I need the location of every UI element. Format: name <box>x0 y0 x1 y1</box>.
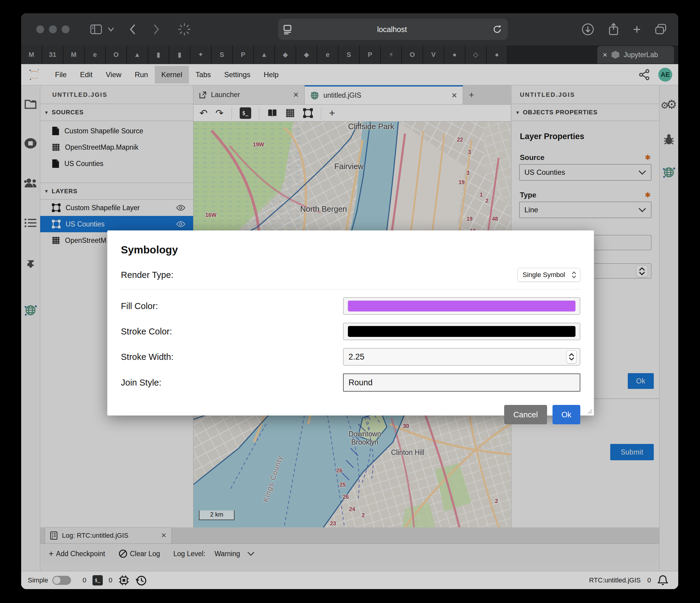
extension-manager-icon[interactable] <box>24 257 37 270</box>
type-select[interactable]: Line <box>519 202 651 218</box>
forward-button[interactable] <box>153 24 160 35</box>
simple-mode-toggle[interactable] <box>52 576 71 585</box>
layers-section-header[interactable]: ▾ LAYERS <box>40 183 193 199</box>
bookmark-icon[interactable]: S <box>211 45 233 64</box>
bookmark-icon[interactable]: 31 <box>42 45 64 64</box>
add-checkpoint-button[interactable]: + Add Checkpoint <box>49 549 105 558</box>
bookmark-icon[interactable]: ▮ <box>148 45 169 64</box>
source-item-openstreetmap[interactable]: OpenStreetMap.Mapnik <box>40 139 193 155</box>
terminals-icon[interactable]: $_ <box>93 575 103 585</box>
menubar-item[interactable]: Kernel <box>155 66 189 83</box>
close-tab-icon[interactable]: ✕ <box>293 91 299 99</box>
source-select[interactable]: US Counties <box>519 164 651 180</box>
bookmark-icon[interactable]: ✦ <box>191 45 211 64</box>
user-avatar[interactable]: AE <box>658 68 672 82</box>
menubar-item[interactable]: Tabs <box>189 66 218 83</box>
layer-row-custom-shapefile[interactable]: Custom Shapefile Layer <box>40 199 193 216</box>
bookmark-icon[interactable]: ◆ <box>275 45 296 64</box>
menubar-item[interactable]: Help <box>257 66 285 83</box>
chevron-down-icon[interactable] <box>107 27 114 31</box>
collaborators-icon[interactable] <box>23 177 38 189</box>
bookmark-icon[interactable]: e <box>85 45 106 64</box>
new-tab-icon[interactable]: + <box>633 23 641 36</box>
bookmark-icon[interactable]: M <box>21 45 42 64</box>
bookmark-icon[interactable]: ▲ <box>127 45 148 64</box>
join-style-input[interactable]: Round <box>343 373 580 392</box>
reload-icon[interactable] <box>492 24 502 34</box>
menubar-item[interactable]: View <box>99 66 128 83</box>
stepper-control[interactable] <box>636 265 648 277</box>
reader-view-icon[interactable] <box>283 24 292 34</box>
jupytergis-right-panel-icon[interactable] <box>661 165 676 179</box>
share-icon[interactable] <box>607 22 620 36</box>
menubar-item[interactable]: Edit <box>73 66 99 83</box>
sources-section-header[interactable]: ▾ SOURCES <box>40 104 193 121</box>
resize-handle[interactable] <box>587 408 592 414</box>
stroke-width-input[interactable]: 2.25 <box>343 348 580 366</box>
tab-untitled-jgis[interactable]: untitled.jGIS ✕ <box>305 85 463 104</box>
tab-overview-icon[interactable] <box>654 23 667 35</box>
close-tab-icon[interactable]: ✕ <box>161 532 167 539</box>
bookmark-icon[interactable]: e <box>317 45 339 64</box>
property-inspector-icon[interactable]: ⚙⚙ <box>661 97 677 111</box>
share-nodes-icon[interactable] <box>638 69 650 81</box>
bookmark-icon[interactable]: ▲ <box>254 45 275 64</box>
menubar-item[interactable]: Run <box>128 66 155 83</box>
bookmark-icon[interactable]: ▮ <box>169 45 191 64</box>
redo-button[interactable]: ↷ <box>216 107 224 119</box>
extension-spinner-icon[interactable] <box>178 23 191 36</box>
basemap-gallery-button[interactable] <box>267 108 277 118</box>
tab-launcher[interactable]: Launcher ✕ <box>194 85 305 104</box>
bookmark-icon[interactable]: ● <box>444 45 466 64</box>
bookmark-icon[interactable]: ● <box>486 45 508 64</box>
source-item-us-counties[interactable]: US Counties <box>40 155 193 172</box>
bookmark-icon[interactable]: O <box>106 45 127 64</box>
visibility-eye-icon[interactable] <box>176 221 186 227</box>
fill-color-picker[interactable] <box>343 297 580 315</box>
submit-button[interactable]: Submit <box>610 444 654 460</box>
render-type-select[interactable]: Single Symbol <box>518 268 580 282</box>
address-bar[interactable]: localhost <box>278 19 508 40</box>
jupytergis-panel-icon[interactable] <box>23 303 38 317</box>
panel-ok-button[interactable]: Ok <box>628 373 654 389</box>
minimize-window-button[interactable] <box>49 25 57 33</box>
menubar-item[interactable]: Settings <box>218 66 257 83</box>
new-vector-layer-button[interactable] <box>303 108 313 118</box>
bookmark-icon[interactable]: V <box>423 45 444 64</box>
log-console-tab[interactable]: Log: RTC:untitled.jGIS ✕ <box>45 527 172 544</box>
layer-row-us-counties[interactable]: US Counties <box>40 216 193 232</box>
history-icon[interactable] <box>135 575 147 586</box>
stepper-control[interactable] <box>567 350 577 363</box>
rtc-session-label[interactable]: RTC:untitled.jGIS <box>589 576 641 584</box>
running-kernels-icon[interactable] <box>24 137 38 149</box>
log-level-select[interactable]: Warning <box>215 550 255 558</box>
new-launcher-button[interactable]: + <box>463 85 480 104</box>
file-browser-icon[interactable] <box>24 99 37 110</box>
objects-properties-header[interactable]: ▾ OBJECTS PROPERTIES <box>511 104 659 121</box>
bookmark-icon[interactable]: ◆ <box>296 45 317 64</box>
bookmark-icon[interactable]: S <box>339 45 360 64</box>
table-of-contents-icon[interactable] <box>24 218 37 228</box>
bookmark-icon[interactable]: M <box>64 45 85 64</box>
console-button[interactable]: $_ <box>240 107 251 119</box>
bookmark-icon[interactable]: P <box>360 45 381 64</box>
close-window-button[interactable] <box>36 25 44 33</box>
sidebar-toggle-icon[interactable] <box>90 24 102 34</box>
undo-button[interactable]: ↶ <box>199 107 208 119</box>
ok-button[interactable]: Ok <box>552 405 580 424</box>
bell-icon[interactable] <box>658 575 668 586</box>
bookmark-icon[interactable]: ⚡ <box>381 45 402 64</box>
bookmark-icon[interactable]: ◇ <box>466 45 486 64</box>
add-layer-button[interactable]: + <box>329 107 335 119</box>
kernel-chip-icon[interactable] <box>119 575 129 586</box>
bookmark-icon[interactable]: P <box>233 45 254 64</box>
visibility-eye-icon[interactable] <box>176 204 186 211</box>
close-tab-icon[interactable]: ✕ <box>451 91 457 100</box>
close-tab-icon[interactable]: × <box>603 50 607 59</box>
stroke-color-picker[interactable] <box>343 323 580 340</box>
cancel-button[interactable]: Cancel <box>504 405 547 424</box>
clear-log-button[interactable]: Clear Log <box>119 549 160 558</box>
traffic-lights[interactable] <box>36 25 74 33</box>
back-button[interactable] <box>129 24 136 35</box>
browser-tab-jupyterlab[interactable]: × JupyterLab <box>597 46 674 64</box>
